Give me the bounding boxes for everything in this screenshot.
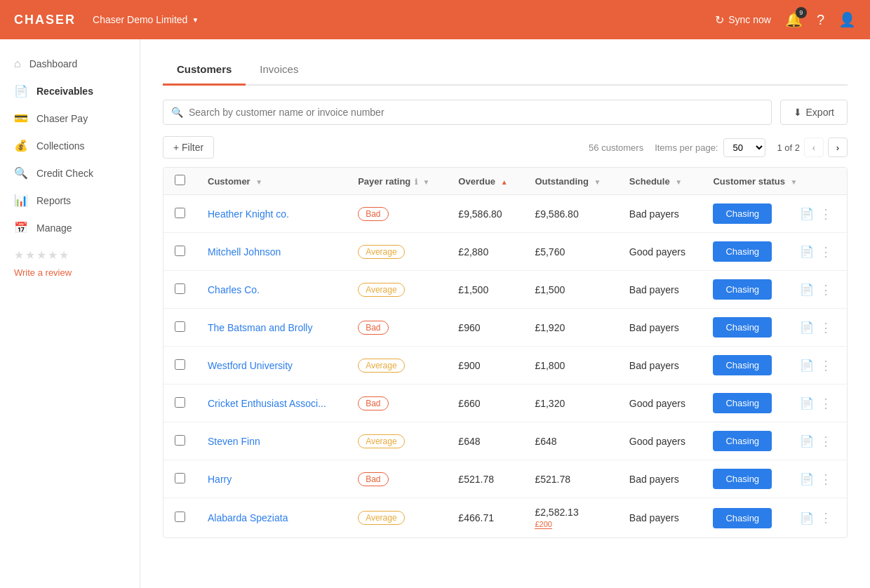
more-options-icon[interactable]: ⋮: [819, 358, 832, 373]
action-cell: 📄 ⋮: [800, 434, 836, 449]
row-checkbox[interactable]: [175, 246, 185, 256]
sidebar-item-manage[interactable]: 📅 Manage: [0, 214, 140, 241]
next-page-button[interactable]: ›: [828, 138, 848, 157]
customer-link[interactable]: Westford University: [208, 360, 293, 371]
row-status: Chasing: [702, 309, 788, 347]
document-icon[interactable]: 📄: [800, 512, 814, 525]
more-options-icon[interactable]: ⋮: [819, 434, 832, 449]
help-icon[interactable]: ?: [817, 12, 824, 28]
document-icon[interactable]: 📄: [800, 283, 814, 296]
document-icon[interactable]: 📄: [800, 207, 814, 220]
company-selector[interactable]: Chaser Demo Limited ▼: [93, 14, 199, 25]
sort-icon-payer: ▼: [423, 178, 430, 186]
row-status: Chasing: [702, 385, 788, 422]
document-icon[interactable]: 📄: [800, 396, 814, 410]
sidebar-item-reports[interactable]: 📊 Reports: [0, 187, 140, 214]
chasing-button[interactable]: Chasing: [713, 241, 772, 262]
more-options-icon[interactable]: ⋮: [819, 320, 832, 335]
col-outstanding: Outstanding ▼: [523, 168, 617, 195]
row-checkbox[interactable]: [175, 359, 185, 370]
topnav-actions: ↻ Sync now 🔔 9 ? 👤: [715, 11, 856, 28]
payer-rating-badge: Average: [358, 283, 404, 297]
row-checkbox[interactable]: [175, 473, 185, 483]
chasing-button[interactable]: Chasing: [713, 279, 772, 300]
customer-link[interactable]: Harry: [208, 474, 232, 485]
sidebar-label-credit-check: Credit Check: [36, 168, 93, 179]
star-rating[interactable]: ★ ★ ★ ★ ★: [0, 241, 140, 265]
more-options-icon[interactable]: ⋮: [819, 396, 832, 411]
notification-badge: 9: [796, 7, 807, 18]
tab-invoices[interactable]: Invoices: [246, 56, 312, 86]
home-icon: ⌂: [14, 58, 21, 70]
row-checkbox[interactable]: [175, 283, 185, 294]
row-customer-name: Steven Finn: [196, 422, 347, 460]
customer-link[interactable]: Heather Knight co.: [208, 208, 289, 220]
row-actions: 📄 ⋮: [789, 422, 847, 460]
row-checkbox[interactable]: [175, 208, 185, 218]
document-icon[interactable]: 📄: [800, 245, 814, 258]
export-button[interactable]: ⬇ Export: [780, 100, 848, 125]
document-icon: 📄: [14, 84, 28, 98]
document-icon[interactable]: 📄: [800, 472, 814, 486]
payer-rating-badge: Average: [358, 359, 404, 373]
items-per-page-select[interactable]: 50 25 100: [723, 138, 765, 157]
tab-customers[interactable]: Customers: [163, 56, 246, 86]
chasing-button[interactable]: Chasing: [713, 355, 772, 375]
chasing-button[interactable]: Chasing: [713, 508, 772, 528]
row-outstanding: £1,320: [523, 385, 617, 422]
col-payer-rating-label: Payer rating: [358, 176, 410, 187]
row-checkbox[interactable]: [175, 321, 185, 332]
document-icon[interactable]: 📄: [800, 434, 814, 448]
table-row: Mitchell Johnson Average £2,880 £5,760 G…: [163, 233, 847, 271]
more-options-icon[interactable]: ⋮: [819, 206, 832, 222]
more-options-icon[interactable]: ⋮: [819, 472, 832, 487]
customer-link[interactable]: Steven Finn: [208, 436, 260, 447]
customer-link[interactable]: Charles Co.: [208, 284, 260, 295]
row-checkbox[interactable]: [175, 435, 185, 446]
chasing-button[interactable]: Chasing: [713, 469, 772, 489]
row-overdue: £960: [447, 309, 523, 347]
document-icon[interactable]: 📄: [800, 321, 814, 334]
customer-link[interactable]: Cricket Enthusiast Associ...: [208, 398, 326, 409]
chevron-down-icon: ▼: [192, 16, 199, 24]
sidebar-item-dashboard[interactable]: ⌂ Dashboard: [0, 51, 140, 77]
more-options-icon[interactable]: ⋮: [819, 510, 832, 526]
row-overdue: £9,586.80: [447, 195, 523, 233]
search-input[interactable]: [163, 100, 772, 125]
customer-link[interactable]: Alabarda Speziata: [208, 512, 288, 523]
write-review-link[interactable]: Write a review: [0, 265, 140, 281]
sidebar-item-chaser-pay[interactable]: 💳 Chaser Pay: [0, 105, 140, 132]
prev-page-button[interactable]: ‹: [804, 138, 824, 157]
more-options-icon[interactable]: ⋮: [819, 244, 832, 260]
chasing-button[interactable]: Chasing: [713, 317, 772, 338]
col-status-label: Customer status: [713, 176, 785, 187]
sidebar-item-collections[interactable]: 💰 Collections: [0, 132, 140, 159]
notifications-icon[interactable]: 🔔 9: [785, 11, 803, 28]
select-all-checkbox[interactable]: [175, 175, 185, 185]
filter-button[interactable]: + Filter: [163, 136, 214, 159]
customer-link[interactable]: The Batsman and Brolly: [208, 322, 312, 333]
chasing-button[interactable]: Chasing: [713, 431, 772, 451]
sync-button[interactable]: ↻ Sync now: [715, 13, 771, 27]
payer-rating-badge: Average: [358, 434, 404, 448]
action-cell: 📄 ⋮: [800, 206, 836, 222]
search-row: 🔍 ⬇ Export: [163, 100, 848, 125]
customer-link[interactable]: Mitchell Johnson: [208, 246, 281, 258]
row-schedule: Bad payers: [618, 271, 702, 309]
more-options-icon[interactable]: ⋮: [819, 282, 832, 298]
sidebar-item-credit-check[interactable]: 🔍 Credit Check: [0, 159, 140, 187]
row-checkbox-cell: [163, 422, 196, 460]
sidebar-label-receivables: Receivables: [36, 86, 93, 97]
company-name: Chaser Demo Limited: [93, 14, 187, 25]
row-payer-rating: Bad: [347, 385, 447, 422]
document-icon[interactable]: 📄: [800, 359, 814, 372]
sidebar-item-receivables[interactable]: 📄 Receivables: [0, 77, 140, 105]
row-customer-name: Cricket Enthusiast Associ...: [196, 385, 347, 422]
row-checkbox[interactable]: [175, 397, 185, 408]
table-row: The Batsman and Brolly Bad £960 £1,920 B…: [163, 309, 847, 347]
chasing-button[interactable]: Chasing: [713, 393, 772, 413]
user-icon[interactable]: 👤: [838, 11, 856, 28]
row-checkbox[interactable]: [175, 512, 185, 522]
star-5: ★: [59, 248, 69, 262]
chasing-button[interactable]: Chasing: [713, 203, 772, 224]
